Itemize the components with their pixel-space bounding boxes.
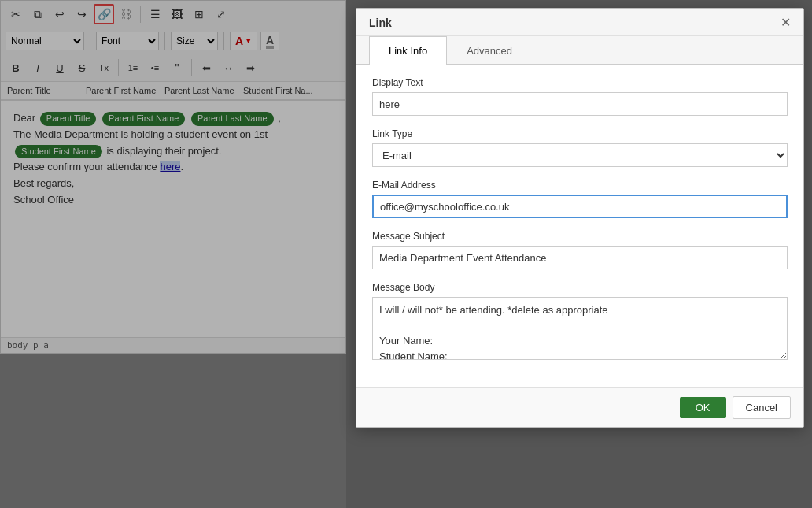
message-body-group: Message Body I will / will not* be atten… <box>372 282 788 362</box>
link-type-group: Link Type E-mail URL Phone <box>372 128 788 167</box>
link-dialog: Link ✕ Link Info Advanced Display Text L… <box>356 8 804 428</box>
modal-overlay: Link ✕ Link Info Advanced Display Text L… <box>0 0 812 508</box>
message-subject-group: Message Subject <box>372 231 788 269</box>
dialog-footer: OK Cancel <box>356 387 803 427</box>
email-address-input[interactable] <box>372 195 788 218</box>
dialog-body: Display Text Link Type E-mail URL Phone … <box>356 65 803 387</box>
close-button[interactable]: ✕ <box>781 17 791 29</box>
display-text-input[interactable] <box>372 92 788 116</box>
message-body-textarea[interactable]: I will / will not* be attending. *delete… <box>372 297 788 360</box>
dialog-title: Link <box>369 17 392 29</box>
ok-button[interactable]: OK <box>680 397 726 418</box>
dialog-header: Link ✕ <box>356 9 803 36</box>
display-text-group: Display Text <box>372 77 788 116</box>
display-text-label: Display Text <box>372 77 788 88</box>
tab-link-info[interactable]: Link Info <box>369 36 447 65</box>
message-body-label: Message Body <box>372 282 788 293</box>
email-address-group: E-Mail Address <box>372 180 788 218</box>
email-address-label: E-Mail Address <box>372 180 788 191</box>
link-type-label: Link Type <box>372 128 788 139</box>
link-type-select[interactable]: E-mail URL Phone <box>372 143 788 167</box>
tab-advanced[interactable]: Advanced <box>447 36 532 65</box>
link-type-row: E-mail URL Phone <box>372 143 788 167</box>
cancel-button[interactable]: Cancel <box>733 396 791 419</box>
dialog-tabs: Link Info Advanced <box>356 36 803 65</box>
message-subject-input[interactable] <box>372 246 788 269</box>
message-subject-label: Message Subject <box>372 231 788 242</box>
